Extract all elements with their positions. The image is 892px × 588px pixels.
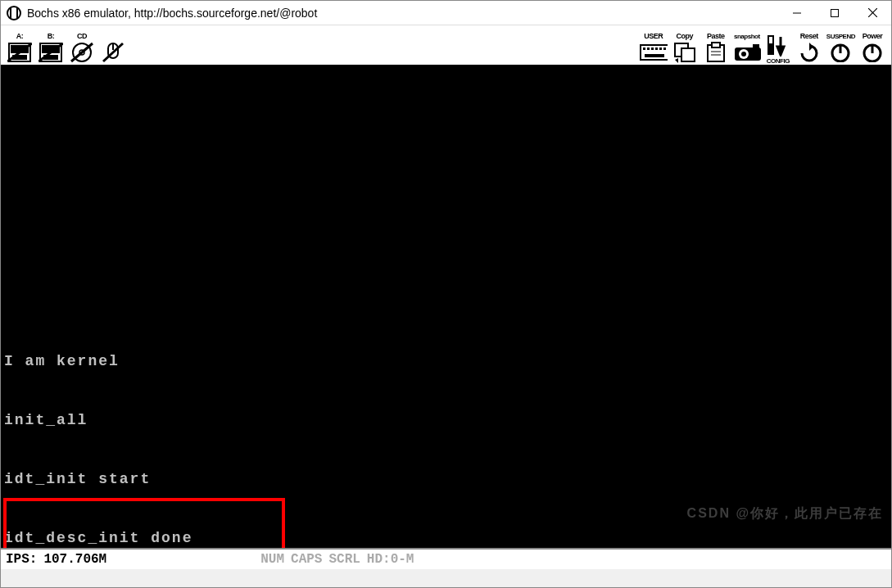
- console-line: I am kernel: [4, 351, 888, 371]
- window-titlebar: Bochs x86 emulator, http://bochs.sourcef…: [1, 1, 891, 25]
- reset-button[interactable]: Reset: [795, 25, 823, 65]
- camera-icon: [733, 40, 761, 65]
- console-line: idt_desc_init done: [4, 528, 888, 548]
- paste-icon: [702, 40, 730, 65]
- console-line: idt_init start: [4, 469, 888, 489]
- svg-rect-36: [753, 44, 759, 49]
- cdrom-button[interactable]: CD: [68, 25, 96, 65]
- floppy-b-label: B:: [48, 33, 55, 40]
- power-icon: [858, 40, 886, 65]
- svg-rect-25: [655, 47, 658, 50]
- csdn-watermark: CSDN @你好，此用户已存在: [687, 504, 883, 523]
- paste-button[interactable]: Paste: [702, 25, 730, 65]
- svg-rect-32: [712, 43, 720, 47]
- floppy-icon: [37, 40, 65, 65]
- reset-icon: [795, 40, 823, 65]
- svg-rect-30: [681, 48, 695, 61]
- console-line: init_all: [4, 410, 888, 430]
- svg-rect-28: [645, 54, 664, 57]
- keyboard-icon: [640, 40, 668, 65]
- emulator-toolbar: A: B: CD USER Copy Paste: [1, 25, 891, 66]
- emulator-display[interactable]: I am kernel init_all idt_init start idt_…: [1, 66, 891, 548]
- svg-point-0: [7, 7, 20, 20]
- svg-rect-23: [647, 47, 650, 50]
- suspend-icon: [826, 40, 854, 65]
- mouse-toggle-button[interactable]: [99, 25, 127, 65]
- mouse-icon: [99, 40, 127, 65]
- hd-indicator: HD:0-M: [367, 552, 414, 567]
- maximize-button[interactable]: [816, 1, 854, 25]
- copy-button[interactable]: Copy: [671, 25, 699, 65]
- floppy-a-label: A:: [16, 33, 24, 40]
- svg-rect-27: [663, 47, 666, 50]
- copy-icon: [671, 40, 699, 65]
- status-bar: IPS: 107.706M NUM CAPS SCRL HD:0-M: [1, 548, 891, 569]
- power-button[interactable]: Power: [858, 25, 886, 65]
- bochs-app-icon: [6, 5, 22, 21]
- svg-rect-40: [769, 37, 772, 43]
- cdrom-icon: [68, 40, 96, 65]
- config-button[interactable]: CONFIG: [764, 25, 792, 65]
- svg-rect-21: [641, 45, 668, 60]
- user-button[interactable]: USER: [640, 25, 668, 65]
- scrl-indicator: SCRL: [328, 552, 360, 567]
- window-title: Bochs x86 emulator, http://bochs.sourcef…: [27, 7, 778, 20]
- svg-rect-4: [831, 9, 839, 16]
- floppy-a-button[interactable]: A:: [6, 25, 34, 65]
- config-icon: [764, 33, 792, 57]
- svg-point-38: [741, 52, 746, 57]
- ips-label: IPS:: [6, 552, 37, 567]
- caps-indicator: CAPS: [291, 552, 322, 567]
- minimize-button[interactable]: [778, 1, 816, 25]
- close-button[interactable]: [854, 1, 891, 25]
- snapshot-button[interactable]: snapshot: [733, 25, 761, 65]
- floppy-b-button[interactable]: B:: [37, 25, 65, 65]
- svg-rect-26: [659, 47, 662, 50]
- svg-rect-24: [651, 47, 654, 50]
- num-indicator: NUM: [260, 552, 284, 567]
- floppy-icon: [6, 40, 34, 65]
- ips-value: 107.706M: [43, 552, 106, 567]
- svg-rect-2: [16, 7, 18, 19]
- suspend-button[interactable]: SUSPEND: [826, 25, 855, 65]
- svg-rect-22: [643, 47, 645, 50]
- svg-rect-1: [10, 7, 11, 19]
- cdrom-label: CD: [77, 33, 87, 40]
